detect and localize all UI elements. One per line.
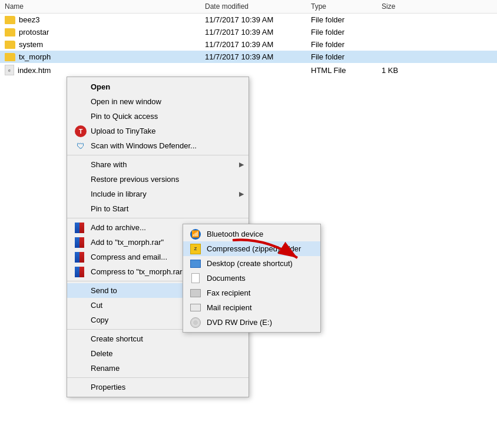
ctx-copy-label: Copy	[91, 316, 108, 324]
col-size: Size	[382, 2, 429, 11]
ctx-cut-label: Cut	[91, 301, 102, 310]
ctx-send-to-label: Send to	[91, 286, 117, 295]
winrar-icon	[74, 266, 87, 278]
submenu-dvd-label: DVD RW Drive (E:)	[207, 318, 272, 327]
file-name: beez3	[19, 15, 39, 24]
chevron-right-icon: ▶	[239, 161, 244, 168]
file-size: 1 KB	[382, 66, 429, 75]
file-type: File folder	[311, 15, 382, 24]
ctx-restore-versions[interactable]: Restore previous versions	[67, 172, 248, 187]
winrar-icon	[74, 251, 87, 264]
file-name: tx_morph	[19, 52, 51, 61]
submenu-fax[interactable]: Fax recipient	[183, 286, 320, 300]
ctx-share-with-label: Share with	[91, 160, 127, 169]
file-date: 11/7/2017 10:39 AM	[205, 40, 311, 49]
fax-icon	[189, 287, 202, 300]
submenu-dvd[interactable]: DVD RW Drive (E:)	[183, 315, 320, 330]
file-type: HTML File	[311, 66, 382, 75]
file-type: File folder	[311, 28, 382, 36]
ctx-pin-start-label: Pin to Start	[91, 204, 128, 213]
file-date: 11/7/2017 10:39 AM	[205, 15, 311, 24]
submenu-mail-label: Mail recipient	[207, 303, 252, 312]
table-row[interactable]: protostar 11/7/2017 10:39 AM File folder	[0, 26, 497, 38]
folder-icon	[5, 41, 15, 49]
file-type: File folder	[311, 52, 382, 61]
separator	[67, 155, 248, 155]
col-date: Date modified	[205, 2, 311, 11]
winrar-icon	[74, 236, 87, 249]
ctx-open[interactable]: Open	[67, 79, 248, 94]
ctx-properties-label: Properties	[91, 383, 125, 391]
ctx-upload-tinytake[interactable]: T Upload to TinyTake	[67, 124, 248, 138]
ctx-rename-label: Rename	[91, 364, 120, 373]
file-name: index.htm	[18, 66, 51, 75]
file-name: system	[19, 40, 43, 49]
table-row[interactable]: beez3 11/7/2017 10:39 AM File folder	[0, 14, 497, 26]
table-row[interactable]: system 11/7/2017 10:39 AM File folder	[0, 38, 497, 51]
ctx-add-rar-label: Add to "tx_morph.rar"	[91, 238, 164, 247]
ctx-open-new-window[interactable]: Open in new window	[67, 94, 248, 109]
ctx-pin-quick-access-label: Pin to Quick access	[91, 112, 158, 121]
file-list-header: Name Date modified Type Size	[0, 0, 497, 14]
ctx-delete[interactable]: Delete	[67, 346, 248, 361]
red-arrow-indicator	[230, 234, 300, 264]
file-name: protostar	[19, 28, 49, 36]
submenu-fax-label: Fax recipient	[207, 288, 250, 297]
html-file-icon: e	[5, 65, 14, 75]
col-name: Name	[5, 2, 205, 11]
ctx-include-library-label: Include in library	[91, 190, 147, 198]
submenu-documents[interactable]: Documents	[183, 271, 320, 286]
ctx-add-archive-label: Add to archive...	[91, 223, 146, 232]
ctx-create-shortcut-label: Create shortcut	[91, 334, 143, 343]
ctx-open-label: Open	[91, 82, 110, 91]
folder-icon	[5, 53, 15, 61]
ctx-delete-label: Delete	[91, 349, 113, 358]
chevron-right-icon: ▶	[239, 190, 244, 198]
col-type: Type	[311, 2, 382, 11]
dvd-icon	[189, 316, 202, 329]
file-date: 11/7/2017 10:39 AM	[205, 52, 311, 61]
folder-icon	[5, 28, 15, 36]
file-list: Name Date modified Type Size beez3 11/7/…	[0, 0, 497, 77]
ctx-restore-versions-label: Restore previous versions	[91, 175, 179, 184]
ctx-open-new-window-label: Open in new window	[91, 97, 161, 106]
zip-icon: Z	[189, 243, 202, 255]
winrar-icon	[74, 221, 87, 234]
table-row[interactable]: e index.htm HTML File 1 KB	[0, 63, 497, 77]
ctx-compress-email-label: Compress and email...	[91, 253, 167, 261]
ctx-scan-defender[interactable]: 🛡 Scan with Windows Defender...	[67, 138, 248, 153]
ctx-rename[interactable]: Rename	[67, 361, 248, 376]
ctx-pin-quick-access[interactable]: Pin to Quick access	[67, 109, 248, 124]
mail-icon	[189, 301, 202, 314]
ctx-upload-tinytake-label: Upload to TinyTake	[91, 127, 156, 135]
desktop-icon	[189, 257, 202, 270]
defender-icon: 🛡	[74, 140, 87, 152]
separator	[67, 218, 248, 218]
ctx-pin-start[interactable]: Pin to Start	[67, 201, 248, 216]
file-type: File folder	[311, 40, 382, 49]
bluetooth-icon: 📶	[189, 228, 202, 241]
ctx-properties[interactable]: Properties	[67, 380, 248, 394]
table-row[interactable]: tx_morph 11/7/2017 10:39 AM File folder	[0, 51, 497, 63]
ctx-scan-defender-label: Scan with Windows Defender...	[91, 141, 197, 150]
ctx-create-shortcut[interactable]: Create shortcut	[67, 331, 248, 346]
folder-icon	[5, 16, 15, 24]
submenu-mail[interactable]: Mail recipient	[183, 300, 320, 315]
ctx-include-library[interactable]: Include in library ▶	[67, 187, 248, 201]
upload-icon: T	[74, 125, 87, 138]
file-date: 11/7/2017 10:39 AM	[205, 28, 311, 36]
ctx-share-with[interactable]: Share with ▶	[67, 157, 248, 172]
documents-icon	[189, 272, 202, 285]
submenu-documents-label: Documents	[207, 274, 246, 283]
separator	[67, 377, 248, 378]
